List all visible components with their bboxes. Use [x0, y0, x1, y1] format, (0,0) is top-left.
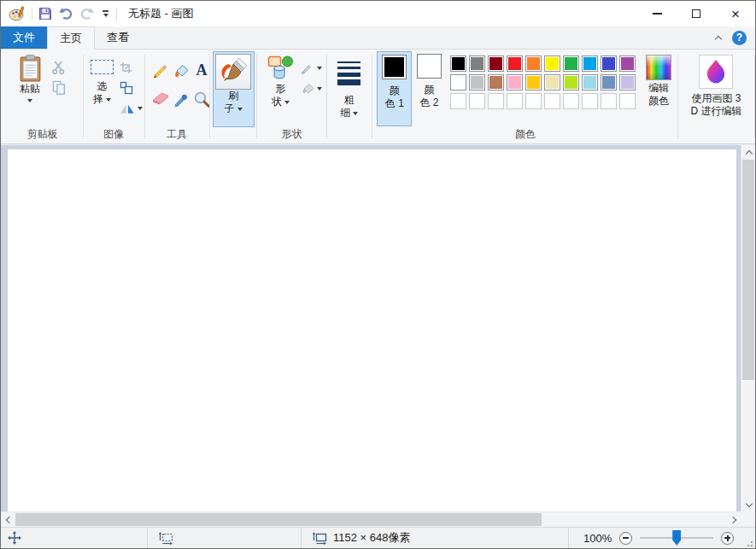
help-icon[interactable]: ? — [732, 31, 747, 45]
group-label-shapes: 形状 — [257, 127, 326, 143]
paint-app-icon — [9, 6, 26, 21]
fill-tool-button[interactable] — [172, 59, 191, 82]
horizontal-scrollbar[interactable] — [1, 511, 741, 527]
color2-button[interactable]: 颜 色 2 — [412, 51, 447, 126]
palette-empty-slot[interactable] — [601, 93, 617, 109]
zoom-in-button[interactable] — [721, 532, 734, 545]
palette-empty-slot[interactable] — [488, 93, 504, 109]
redo-button[interactable] — [79, 7, 95, 20]
palette-swatch[interactable] — [601, 55, 617, 72]
palette-swatch[interactable] — [525, 55, 542, 72]
minimize-icon — [653, 13, 662, 14]
palette-swatch[interactable] — [563, 55, 579, 72]
zoom-out-button[interactable] — [619, 532, 632, 545]
rotate-dropdown-caret — [138, 107, 143, 110]
palette-swatch[interactable] — [469, 55, 485, 72]
minimize-button[interactable] — [637, 1, 677, 26]
collapse-ribbon-icon[interactable] — [715, 35, 722, 42]
copy-icon — [52, 80, 66, 96]
palette-swatch[interactable] — [619, 74, 636, 91]
group-image: 选 择 — [84, 50, 144, 143]
palette-swatch[interactable] — [469, 74, 485, 91]
scroll-up-button[interactable] — [741, 145, 756, 160]
palette-empty-slot[interactable] — [450, 93, 466, 109]
size-button[interactable]: 粗 细 — [330, 51, 369, 127]
palette-empty-slot[interactable] — [525, 93, 542, 109]
undo-button[interactable] — [58, 7, 73, 20]
palette-swatch[interactable] — [544, 55, 560, 72]
outline-pencil-icon — [301, 61, 314, 75]
customize-qat-dropdown[interactable] — [101, 9, 110, 18]
drawing-canvas[interactable] — [8, 149, 736, 511]
palette-swatch[interactable] — [582, 74, 598, 91]
palette-swatch[interactable] — [450, 55, 466, 72]
vertical-scrollbar[interactable] — [741, 145, 755, 511]
palette-empty-slot[interactable] — [507, 93, 523, 109]
vertical-scrollbar-thumb[interactable] — [742, 160, 754, 380]
scroll-left-button[interactable] — [1, 512, 15, 527]
save-button[interactable] — [38, 7, 52, 20]
maximize-button[interactable] — [677, 1, 716, 26]
color1-button[interactable]: 颜 色 1 — [377, 51, 412, 126]
brush-button[interactable]: 刷 子 — [213, 51, 255, 127]
magnifier-icon — [193, 91, 210, 108]
shape-fill-button[interactable] — [299, 79, 324, 99]
scroll-down-button[interactable] — [741, 497, 756, 511]
palette-swatch[interactable] — [507, 55, 523, 72]
edit-colors-button[interactable]: 编辑 颜色 — [640, 51, 678, 127]
select-button[interactable]: 选 择 — [87, 51, 118, 127]
palette-empty-slot[interactable] — [619, 93, 636, 109]
group-colors: 颜 色 1 颜 色 2 编辑 颜色 颜 — [372, 50, 677, 143]
horizontal-scrollbar-thumb[interactable] — [15, 513, 542, 526]
crop-button[interactable] — [118, 57, 134, 78]
palette-swatch[interactable] — [488, 74, 504, 91]
palette-row-2 — [450, 74, 636, 91]
close-button[interactable]: × — [716, 1, 755, 26]
zoom-slider-handle[interactable] — [672, 530, 681, 546]
group-label-brushes — [210, 127, 257, 143]
scroll-right-button[interactable] — [726, 512, 741, 527]
clipboard-icon — [19, 55, 42, 83]
chevron-up-icon — [745, 150, 752, 157]
zoom-slider[interactable] — [640, 530, 713, 546]
group-label-paint3d — [678, 127, 754, 143]
shape-outline-button[interactable] — [299, 58, 324, 79]
shapes-icon — [267, 55, 294, 81]
pencil-tool-button[interactable] — [151, 59, 171, 82]
tab-view[interactable]: 查看 — [95, 26, 141, 49]
rotate-button[interactable] — [118, 98, 144, 119]
paint3d-button[interactable]: 使用画图 3 D 进行编辑 — [680, 51, 752, 127]
palette-swatch[interactable] — [450, 74, 466, 91]
palette-swatch[interactable] — [507, 74, 523, 91]
resize-button[interactable] — [118, 78, 135, 98]
palette-swatch[interactable] — [582, 55, 598, 72]
palette-swatch[interactable] — [563, 74, 579, 91]
palette-empty-slot[interactable] — [563, 93, 579, 109]
palette-swatch[interactable] — [488, 55, 504, 72]
resize-grip[interactable] — [744, 538, 754, 548]
palette-swatch[interactable] — [525, 74, 542, 91]
palette-swatch[interactable] — [544, 74, 560, 91]
group-tools: A — [145, 50, 209, 143]
palette-swatch[interactable] — [619, 55, 636, 72]
palette-empty-slot[interactable] — [469, 93, 485, 109]
eraser-tool-button[interactable] — [151, 87, 171, 110]
copy-button[interactable] — [50, 78, 67, 98]
zoom-level-text: 100% — [583, 532, 612, 545]
color-picker-tool-button[interactable] — [172, 87, 191, 110]
cut-button[interactable] — [50, 57, 67, 78]
selection-size-icon — [158, 531, 173, 546]
palette-empty-slot[interactable] — [544, 93, 560, 109]
tab-home[interactable]: 主页 — [47, 26, 95, 50]
palette-empty-slot[interactable] — [582, 93, 598, 109]
image-size-text: 1152 × 648像素 — [333, 530, 410, 546]
shapes-button[interactable]: 形 状 — [261, 51, 299, 127]
fill-dropdown-caret — [317, 87, 322, 91]
chevron-left-icon — [5, 516, 12, 523]
color-palette — [450, 51, 636, 127]
tab-file[interactable]: 文件 — [1, 26, 47, 49]
paste-button[interactable]: 粘贴 — [9, 51, 50, 127]
palette-swatch[interactable] — [601, 74, 617, 91]
paint-window: 无标题 - 画图 × 文件 主页 查看 ? — [0, 0, 756, 549]
scissors-icon — [52, 60, 65, 75]
